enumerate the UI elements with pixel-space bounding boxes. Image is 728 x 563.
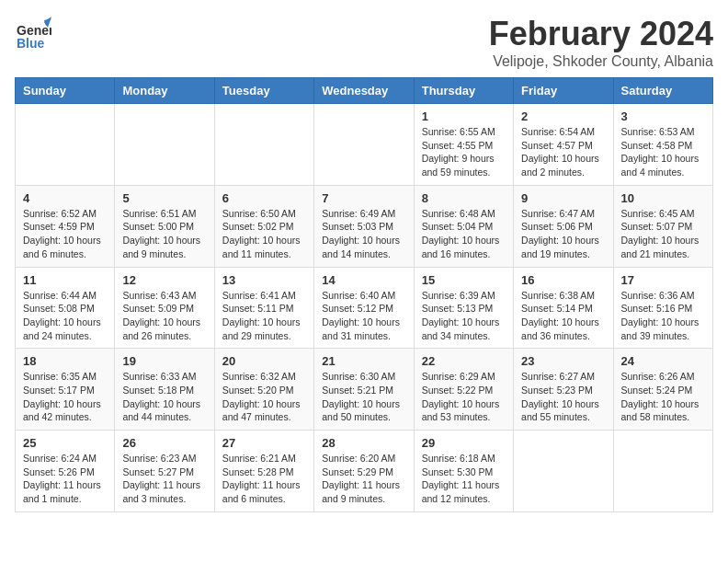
week-row-1: 1Sunrise: 6:55 AM Sunset: 4:55 PM Daylig… — [16, 104, 713, 186]
calendar-cell: 22Sunrise: 6:29 AM Sunset: 5:22 PM Dayli… — [414, 349, 513, 431]
day-number: 5 — [122, 191, 206, 205]
day-info: Sunrise: 6:55 AM Sunset: 4:55 PM Dayligh… — [422, 125, 506, 179]
day-number: 4 — [23, 191, 107, 205]
day-info: Sunrise: 6:21 AM Sunset: 5:28 PM Dayligh… — [222, 452, 306, 506]
calendar-cell: 8Sunrise: 6:48 AM Sunset: 5:04 PM Daylig… — [414, 185, 513, 267]
day-number: 7 — [322, 191, 405, 205]
calendar-cell: 21Sunrise: 6:30 AM Sunset: 5:21 PM Dayli… — [314, 349, 414, 431]
day-number: 11 — [23, 273, 107, 287]
day-number: 17 — [621, 273, 705, 287]
day-info: Sunrise: 6:52 AM Sunset: 4:59 PM Dayligh… — [23, 207, 107, 261]
calendar-cell: 19Sunrise: 6:33 AM Sunset: 5:18 PM Dayli… — [115, 349, 214, 431]
day-number: 29 — [422, 436, 506, 450]
day-number: 26 — [122, 436, 206, 450]
day-number: 12 — [122, 273, 206, 287]
calendar-cell: 15Sunrise: 6:39 AM Sunset: 5:13 PM Dayli… — [414, 267, 513, 349]
calendar-cell: 27Sunrise: 6:21 AM Sunset: 5:28 PM Dayli… — [214, 431, 313, 512]
day-info: Sunrise: 6:43 AM Sunset: 5:09 PM Dayligh… — [122, 289, 206, 343]
day-number: 23 — [521, 354, 605, 368]
day-info: Sunrise: 6:51 AM Sunset: 5:00 PM Dayligh… — [122, 207, 206, 261]
week-row-5: 25Sunrise: 6:24 AM Sunset: 5:26 PM Dayli… — [16, 431, 713, 512]
main-title: February 2024 — [489, 15, 713, 53]
calendar-cell: 12Sunrise: 6:43 AM Sunset: 5:09 PM Dayli… — [115, 267, 214, 349]
day-number: 16 — [521, 273, 605, 287]
day-info: Sunrise: 6:40 AM Sunset: 5:12 PM Dayligh… — [322, 289, 405, 343]
day-info: Sunrise: 6:50 AM Sunset: 5:02 PM Dayligh… — [222, 207, 306, 261]
calendar-cell: 1Sunrise: 6:55 AM Sunset: 4:55 PM Daylig… — [414, 104, 513, 186]
header: General Blue February 2024 Velipoje, Shk… — [15, 15, 713, 70]
day-info: Sunrise: 6:48 AM Sunset: 5:04 PM Dayligh… — [422, 207, 506, 261]
day-info: Sunrise: 6:47 AM Sunset: 5:06 PM Dayligh… — [521, 207, 605, 261]
calendar-cell: 23Sunrise: 6:27 AM Sunset: 5:23 PM Dayli… — [514, 349, 613, 431]
calendar-cell: 29Sunrise: 6:18 AM Sunset: 5:30 PM Dayli… — [414, 431, 513, 512]
day-number: 10 — [621, 191, 705, 205]
day-info: Sunrise: 6:24 AM Sunset: 5:26 PM Dayligh… — [23, 452, 107, 506]
day-number: 21 — [322, 354, 405, 368]
day-number: 20 — [222, 354, 306, 368]
day-info: Sunrise: 6:44 AM Sunset: 5:08 PM Dayligh… — [23, 289, 107, 343]
weekday-header-friday: Friday — [514, 78, 613, 104]
calendar-cell — [613, 431, 712, 512]
calendar-cell: 28Sunrise: 6:20 AM Sunset: 5:29 PM Dayli… — [314, 431, 414, 512]
calendar-cell: 24Sunrise: 6:26 AM Sunset: 5:24 PM Dayli… — [613, 349, 712, 431]
calendar-cell — [16, 104, 115, 186]
day-number: 14 — [322, 273, 405, 287]
svg-text:Blue: Blue — [17, 36, 45, 51]
calendar-cell: 16Sunrise: 6:38 AM Sunset: 5:14 PM Dayli… — [514, 267, 613, 349]
day-info: Sunrise: 6:49 AM Sunset: 5:03 PM Dayligh… — [322, 207, 405, 261]
calendar-cell: 11Sunrise: 6:44 AM Sunset: 5:08 PM Dayli… — [16, 267, 115, 349]
day-number: 18 — [23, 354, 107, 368]
calendar-cell: 9Sunrise: 6:47 AM Sunset: 5:06 PM Daylig… — [514, 185, 613, 267]
day-info: Sunrise: 6:29 AM Sunset: 5:22 PM Dayligh… — [422, 370, 506, 424]
day-info: Sunrise: 6:54 AM Sunset: 4:57 PM Dayligh… — [521, 125, 605, 179]
calendar-cell: 17Sunrise: 6:36 AM Sunset: 5:16 PM Dayli… — [613, 267, 712, 349]
day-info: Sunrise: 6:38 AM Sunset: 5:14 PM Dayligh… — [521, 289, 605, 343]
logo-icon: General Blue — [15, 15, 51, 55]
weekday-header-wednesday: Wednesday — [314, 78, 414, 104]
week-row-3: 11Sunrise: 6:44 AM Sunset: 5:08 PM Dayli… — [16, 267, 713, 349]
week-row-4: 18Sunrise: 6:35 AM Sunset: 5:17 PM Dayli… — [16, 349, 713, 431]
week-row-2: 4Sunrise: 6:52 AM Sunset: 4:59 PM Daylig… — [16, 185, 713, 267]
calendar: SundayMondayTuesdayWednesdayThursdayFrid… — [15, 77, 713, 512]
day-number: 28 — [322, 436, 405, 450]
day-info: Sunrise: 6:33 AM Sunset: 5:18 PM Dayligh… — [122, 370, 206, 424]
weekday-header-row: SundayMondayTuesdayWednesdayThursdayFrid… — [16, 78, 713, 104]
calendar-cell — [214, 104, 313, 186]
calendar-cell — [314, 104, 414, 186]
day-number: 2 — [521, 109, 605, 123]
logo: General Blue — [15, 15, 51, 55]
day-info: Sunrise: 6:41 AM Sunset: 5:11 PM Dayligh… — [222, 289, 306, 343]
day-number: 9 — [521, 191, 605, 205]
day-number: 27 — [222, 436, 306, 450]
day-info: Sunrise: 6:35 AM Sunset: 5:17 PM Dayligh… — [23, 370, 107, 424]
day-info: Sunrise: 6:30 AM Sunset: 5:21 PM Dayligh… — [322, 370, 405, 424]
calendar-cell: 25Sunrise: 6:24 AM Sunset: 5:26 PM Dayli… — [16, 431, 115, 512]
calendar-cell: 20Sunrise: 6:32 AM Sunset: 5:20 PM Dayli… — [214, 349, 313, 431]
calendar-cell: 26Sunrise: 6:23 AM Sunset: 5:27 PM Dayli… — [115, 431, 214, 512]
day-info: Sunrise: 6:53 AM Sunset: 4:58 PM Dayligh… — [621, 125, 705, 179]
calendar-cell: 4Sunrise: 6:52 AM Sunset: 4:59 PM Daylig… — [16, 185, 115, 267]
calendar-cell: 18Sunrise: 6:35 AM Sunset: 5:17 PM Dayli… — [16, 349, 115, 431]
calendar-cell: 5Sunrise: 6:51 AM Sunset: 5:00 PM Daylig… — [115, 185, 214, 267]
day-number: 15 — [422, 273, 506, 287]
day-number: 8 — [422, 191, 506, 205]
calendar-cell — [115, 104, 214, 186]
weekday-header-saturday: Saturday — [613, 78, 712, 104]
calendar-cell: 14Sunrise: 6:40 AM Sunset: 5:12 PM Dayli… — [314, 267, 414, 349]
sub-title: Velipoje, Shkoder County, Albania — [489, 53, 713, 70]
weekday-header-monday: Monday — [115, 78, 214, 104]
day-number: 1 — [422, 109, 506, 123]
day-number: 25 — [23, 436, 107, 450]
weekday-header-tuesday: Tuesday — [214, 78, 313, 104]
day-number: 13 — [222, 273, 306, 287]
calendar-cell: 2Sunrise: 6:54 AM Sunset: 4:57 PM Daylig… — [514, 104, 613, 186]
day-info: Sunrise: 6:27 AM Sunset: 5:23 PM Dayligh… — [521, 370, 605, 424]
day-info: Sunrise: 6:32 AM Sunset: 5:20 PM Dayligh… — [222, 370, 306, 424]
calendar-cell: 10Sunrise: 6:45 AM Sunset: 5:07 PM Dayli… — [613, 185, 712, 267]
day-info: Sunrise: 6:20 AM Sunset: 5:29 PM Dayligh… — [322, 452, 405, 506]
day-info: Sunrise: 6:39 AM Sunset: 5:13 PM Dayligh… — [422, 289, 506, 343]
weekday-header-sunday: Sunday — [16, 78, 115, 104]
weekday-header-thursday: Thursday — [414, 78, 513, 104]
day-number: 19 — [122, 354, 206, 368]
day-info: Sunrise: 6:36 AM Sunset: 5:16 PM Dayligh… — [621, 289, 705, 343]
